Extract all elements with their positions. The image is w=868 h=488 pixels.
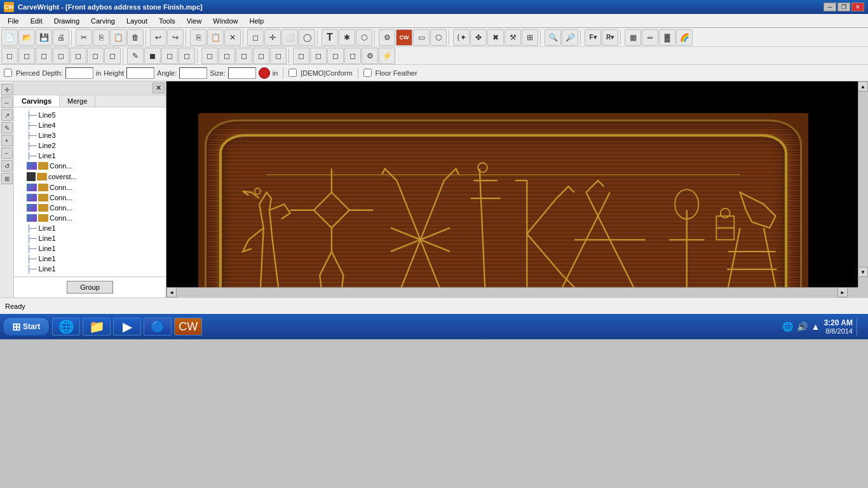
tree-item[interactable]: ├─Line1 xyxy=(17,151,163,161)
lock-icon[interactable] xyxy=(259,67,270,79)
tb2-10[interactable]: ◻ xyxy=(179,48,195,64)
scroll-up-btn[interactable]: ▲ xyxy=(858,81,868,92)
print-btn[interactable]: 🖨 xyxy=(53,29,69,46)
tree-item[interactable]: ├─Line1 xyxy=(17,254,163,264)
arrow-sym-btn[interactable]: ⟨✦ xyxy=(453,29,470,46)
text-btn[interactable]: T xyxy=(322,29,338,46)
copy-btn[interactable]: ⎘ xyxy=(93,29,109,46)
shape-btn[interactable]: ⬡ xyxy=(430,29,447,46)
font-f-btn[interactable]: F▾ xyxy=(585,29,601,46)
scroll-right-btn[interactable]: ► xyxy=(837,287,848,297)
gear-btn[interactable]: ⚙ xyxy=(379,29,395,46)
tb2-18[interactable]: ◻ xyxy=(327,48,344,64)
tb2-9[interactable]: ◻ xyxy=(161,48,178,64)
menu-item-tools[interactable]: Tools xyxy=(154,16,180,26)
tb2-6[interactable]: ◻ xyxy=(87,48,104,64)
network-icon[interactable]: 🌐 xyxy=(782,322,793,332)
height-input[interactable] xyxy=(126,67,154,79)
menu-item-carving[interactable]: Carving xyxy=(86,16,120,26)
star-btn[interactable]: ✱ xyxy=(339,29,355,46)
ellipse-btn[interactable]: ◯ xyxy=(299,29,315,46)
taskbar-chrome[interactable]: 🔵 xyxy=(144,318,172,336)
tree-item[interactable]: Conn... xyxy=(17,161,163,171)
size-input[interactable] xyxy=(228,67,256,79)
scroll-down-btn[interactable]: ▼ xyxy=(858,267,868,277)
grid-tool-btn[interactable]: ⊞ xyxy=(1,173,13,184)
floor-feather-checkbox[interactable] xyxy=(363,69,372,77)
menu-item-file[interactable]: File xyxy=(3,16,24,26)
crosshair-btn[interactable]: ✛ xyxy=(264,29,281,46)
tools-btn[interactable]: ⚒ xyxy=(505,29,521,46)
tb2-21[interactable]: ⚡ xyxy=(379,48,395,64)
tree-item[interactable]: Conn... xyxy=(17,203,163,213)
tb2-2[interactable]: ◻ xyxy=(18,48,35,64)
tree-item[interactable]: ├─Line5 xyxy=(17,110,163,120)
taskbar-explorer[interactable]: 📁 xyxy=(83,318,111,336)
tree-item[interactable]: Conn... xyxy=(17,213,163,223)
color-btn[interactable]: 🌈 xyxy=(676,29,693,46)
pierced-checkbox[interactable] xyxy=(4,69,12,77)
tb2-5[interactable]: ◻ xyxy=(70,48,86,64)
start-button[interactable]: ⊞ Start xyxy=(3,317,50,336)
board-btn[interactable]: ▭ xyxy=(413,29,430,46)
tb2-15[interactable]: ◻ xyxy=(270,48,287,64)
save-btn[interactable]: 💾 xyxy=(36,29,52,46)
grid2-btn[interactable]: ⊞ xyxy=(522,29,538,46)
panel-close-btn[interactable]: ✕ xyxy=(153,83,165,93)
tb2-pencil[interactable]: ✎ xyxy=(127,48,144,64)
tb2-12[interactable]: ◻ xyxy=(219,48,235,64)
conform-checkbox[interactable] xyxy=(288,69,297,77)
cw-logo-btn[interactable]: CW xyxy=(396,29,412,46)
clock[interactable]: 3:20 AM 8/8/2014 xyxy=(824,318,853,335)
tb2-16[interactable]: ◻ xyxy=(293,48,309,64)
restore-button[interactable]: ❐ xyxy=(837,3,850,11)
zoom2-btn[interactable]: 🔎 xyxy=(562,29,578,46)
remove-btn[interactable]: ✕ xyxy=(224,29,241,46)
tb2-4[interactable]: ◻ xyxy=(53,48,69,64)
tree-item[interactable]: ├─Line4 xyxy=(17,120,163,130)
zoom-btn[interactable]: 🔍 xyxy=(545,29,561,46)
move-tool-btn[interactable]: ↔ xyxy=(1,97,13,108)
taskbar-ie[interactable]: 🌐 xyxy=(52,318,80,336)
draw-tool-btn[interactable]: ✎ xyxy=(1,122,13,133)
paste-btn[interactable]: 📋 xyxy=(110,29,126,46)
tree-item[interactable]: ├─Line3 xyxy=(17,130,163,140)
tb2-11[interactable]: ◻ xyxy=(201,48,218,64)
select-btn[interactable]: ◻ xyxy=(247,29,264,46)
paste2-btn[interactable]: 📋 xyxy=(207,29,224,46)
tb2-13[interactable]: ◻ xyxy=(236,48,252,64)
undo-btn[interactable]: ↩ xyxy=(150,29,166,46)
tree-item[interactable]: ├─Line1 xyxy=(17,223,163,233)
taskbar-carvewright[interactable]: CW xyxy=(174,318,202,336)
menu-item-view[interactable]: View xyxy=(182,16,207,26)
tree-item[interactable]: ├─Line1 xyxy=(17,243,163,254)
menu-item-edit[interactable]: Edit xyxy=(25,16,48,26)
tb2-7[interactable]: ◻ xyxy=(104,48,121,64)
tb2-1[interactable]: ◻ xyxy=(1,48,18,64)
tree-item[interactable]: ├─Line1 xyxy=(17,233,163,243)
copy2-btn[interactable]: ⎘ xyxy=(190,29,207,46)
notification-icon[interactable]: ▲ xyxy=(811,322,820,332)
tb2-3[interactable]: ◻ xyxy=(36,48,52,64)
tree-item[interactable]: coverst... xyxy=(17,171,163,182)
tree-item[interactable]: Conn... xyxy=(17,182,163,193)
horizontal-scrollbar[interactable]: ◄ ► xyxy=(166,287,858,297)
scroll-left-btn[interactable]: ◄ xyxy=(166,287,177,297)
minimize-button[interactable]: ─ xyxy=(824,3,836,11)
canvas-area[interactable]: ▲ ▼ ◄ ► xyxy=(166,81,868,297)
group-button[interactable]: Group xyxy=(67,281,113,294)
cut-btn[interactable]: ✂ xyxy=(76,29,92,46)
tb2-17[interactable]: ◻ xyxy=(310,48,327,64)
show-desktop-btn[interactable] xyxy=(857,318,860,336)
open-btn[interactable]: 📂 xyxy=(18,29,35,46)
new-btn[interactable]: 📄 xyxy=(1,29,18,46)
depth-input[interactable] xyxy=(65,67,93,79)
tab-carvings[interactable]: Carvings xyxy=(14,95,60,107)
cross3-btn[interactable]: ✖ xyxy=(487,29,504,46)
close-button[interactable]: ✕ xyxy=(851,3,864,11)
volume-icon[interactable]: 🔊 xyxy=(797,322,808,332)
tb2-19[interactable]: ◻ xyxy=(344,48,361,64)
arrow-tool-btn[interactable]: ↗ xyxy=(1,109,13,121)
vertical-scrollbar[interactable]: ▲ ▼ xyxy=(858,81,868,287)
hex-btn[interactable]: ⬡ xyxy=(356,29,372,46)
